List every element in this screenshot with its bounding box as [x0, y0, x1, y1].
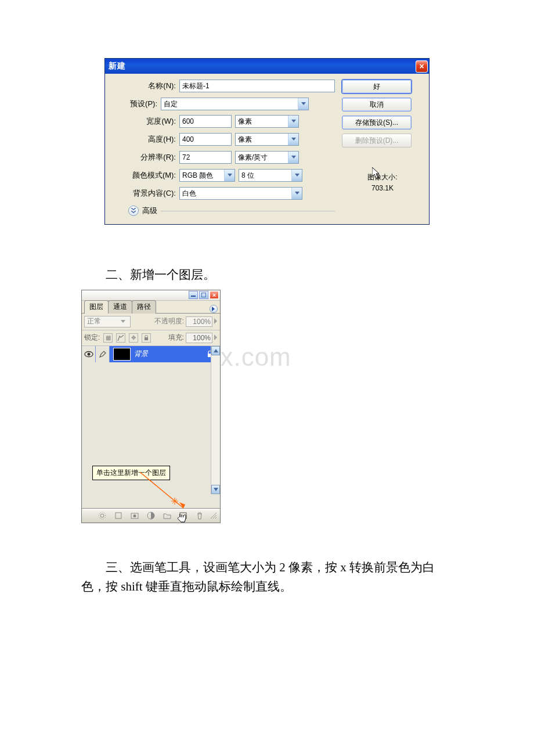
- cancel-button[interactable]: 取消: [342, 98, 412, 111]
- color-mode-value: RGB 颜色: [180, 171, 224, 181]
- svg-marker-11: [121, 320, 125, 323]
- chevron-down-icon: [288, 134, 298, 145]
- color-mode-dropdown[interactable]: RGB 颜色: [179, 169, 235, 182]
- svg-marker-12: [214, 318, 217, 324]
- lock-label: 锁定:: [84, 333, 100, 343]
- svg-rect-13: [145, 337, 148, 340]
- name-label: 名称(N):: [111, 81, 179, 91]
- lock-transparency-icon[interactable]: ▦: [103, 333, 113, 343]
- opacity-label: 不透明度:: [154, 316, 184, 326]
- fill-input[interactable]: 100%: [186, 333, 212, 343]
- svg-marker-3: [291, 156, 296, 159]
- resize-grip-icon[interactable]: [211, 510, 217, 521]
- color-mode-label: 颜色模式(M):: [128, 170, 179, 181]
- link-layers-icon[interactable]: [97, 510, 107, 521]
- adjustment-layer-icon[interactable]: [146, 510, 156, 521]
- tab-layers[interactable]: 图层: [84, 300, 109, 314]
- height-label: 高度(H):: [128, 134, 179, 145]
- svg-marker-1: [291, 120, 296, 123]
- new-layer-icon[interactable]: [178, 510, 189, 521]
- name-input[interactable]: [179, 80, 335, 92]
- panel-close-icon[interactable]: ×: [210, 291, 219, 299]
- layer-thumbnail: [113, 348, 131, 361]
- svg-marker-25: [214, 488, 218, 491]
- chevron-down-icon: [121, 320, 130, 323]
- preset-dropdown[interactable]: 自定: [161, 98, 309, 110]
- tab-channels[interactable]: 通道: [108, 300, 132, 314]
- width-unit-dropdown[interactable]: 像素: [235, 115, 299, 128]
- lock-position-icon[interactable]: ✥: [129, 333, 138, 343]
- dialog-titlebar[interactable]: 新建 ×: [105, 59, 429, 74]
- tab-paths[interactable]: 路径: [132, 300, 156, 314]
- chevron-down-icon: [298, 98, 308, 110]
- svg-marker-4: [228, 174, 232, 177]
- lock-pixels-icon[interactable]: [116, 333, 125, 343]
- minimize-icon[interactable]: [189, 291, 198, 299]
- svg-line-23: [172, 499, 177, 503]
- preset-label: 预设(P):: [111, 99, 161, 109]
- image-size-value: 703.1K: [342, 183, 423, 194]
- maximize-icon[interactable]: [199, 291, 208, 299]
- layer-name: 背景: [134, 349, 148, 359]
- svg-rect-28: [116, 513, 121, 519]
- blend-mode-value: 正常: [87, 316, 101, 326]
- lock-all-icon[interactable]: [142, 333, 151, 343]
- svg-point-16: [87, 352, 90, 355]
- svg-marker-5: [295, 174, 300, 177]
- chevron-down-icon: [291, 170, 302, 181]
- image-size-label: 图像大小:: [342, 172, 423, 183]
- visibility-eye-icon[interactable]: [82, 346, 96, 362]
- color-depth-value: 8 位: [239, 171, 291, 181]
- fill-label: 填充:: [168, 333, 184, 343]
- layer-style-icon[interactable]: [113, 510, 124, 521]
- layer-mask-icon[interactable]: [129, 510, 140, 521]
- svg-line-22: [172, 499, 177, 503]
- resolution-unit-dropdown[interactable]: 像素/英寸: [235, 151, 299, 164]
- tooltip-new-layer: 单击这里新增一个图层: [92, 466, 170, 480]
- svg-marker-0: [301, 102, 306, 105]
- bg-content-dropdown[interactable]: 白色: [179, 187, 302, 200]
- layer-row-background[interactable]: 背景: [82, 346, 220, 362]
- svg-rect-9: [201, 293, 206, 297]
- height-input[interactable]: [179, 133, 232, 146]
- ok-button[interactable]: 好: [342, 80, 412, 93]
- delete-layer-icon[interactable]: [194, 510, 205, 521]
- width-input[interactable]: [179, 115, 232, 128]
- svg-marker-24: [214, 349, 218, 352]
- folder-icon[interactable]: [162, 510, 172, 521]
- chevron-right-icon[interactable]: [214, 334, 218, 342]
- svg-marker-2: [291, 138, 296, 141]
- panel-menu-icon[interactable]: [210, 305, 218, 313]
- hand-cursor-icon: [176, 513, 189, 523]
- scroll-up-icon[interactable]: [211, 346, 220, 355]
- edit-brush-icon[interactable]: [96, 346, 110, 362]
- svg-point-30: [134, 514, 136, 517]
- color-depth-dropdown[interactable]: 8 位: [239, 169, 302, 182]
- opacity-value: 100%: [193, 318, 211, 326]
- bg-content-label: 背景内容(C):: [128, 188, 179, 199]
- width-label: 宽度(W):: [128, 116, 179, 127]
- layer-list: 背景 单击这里新增一个图层: [82, 346, 220, 509]
- dialog-title: 新建: [109, 61, 126, 71]
- resolution-unit-value: 像素/英寸: [236, 153, 288, 163]
- advanced-toggle[interactable]: 高级: [111, 206, 335, 216]
- scroll-down-icon[interactable]: [211, 485, 220, 494]
- preset-value: 自定: [161, 99, 298, 109]
- svg-marker-14: [214, 334, 217, 340]
- blend-mode-dropdown[interactable]: 正常: [84, 316, 131, 327]
- chevron-right-icon[interactable]: [214, 318, 218, 326]
- opacity-input[interactable]: 100%: [186, 316, 212, 327]
- double-chevron-down-icon: [128, 206, 139, 216]
- save-preset-button[interactable]: 存储预设(S)...: [342, 116, 412, 129]
- delete-preset-button: 删除预设(D)...: [342, 134, 412, 147]
- height-unit-dropdown[interactable]: 像素: [235, 133, 299, 146]
- scrollbar[interactable]: [211, 346, 220, 494]
- paragraph-step-3: 三、选画笔工具，设画笔大小为 2 像素，按 x 转换前景色为白色，按 shift…: [81, 558, 453, 597]
- new-document-dialog: 新建 × 名称(N): 预设(P): 自定: [104, 58, 430, 225]
- height-unit-value: 像素: [236, 135, 288, 145]
- close-icon[interactable]: ×: [416, 60, 428, 73]
- svg-point-27: [99, 512, 106, 519]
- bg-content-value: 白色: [180, 189, 291, 199]
- resolution-input[interactable]: [179, 151, 232, 164]
- svg-marker-19: [179, 502, 185, 508]
